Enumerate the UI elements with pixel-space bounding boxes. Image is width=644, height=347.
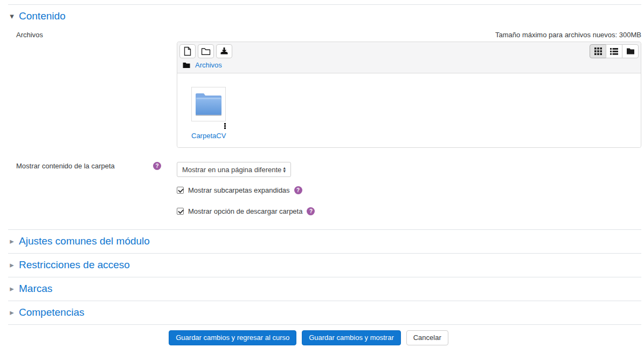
filemanager-toolbar — [177, 42, 641, 59]
select-value: Mostrar en una página diferente — [182, 166, 281, 174]
caret-down-icon: ▾ — [8, 11, 16, 21]
section-header-competencias[interactable]: ▸ Competencias — [8, 301, 641, 324]
checkbox-label-subfolders[interactable]: Mostrar subcarpetas expandidas — [188, 186, 290, 194]
folder-filled-icon — [626, 47, 635, 55]
blue-folder-icon — [194, 92, 223, 117]
add-file-button[interactable] — [179, 44, 196, 58]
checkbox-label-download[interactable]: Mostrar opción de descargar carpeta — [188, 207, 302, 215]
section-competencias: ▸ Competencias — [8, 301, 641, 324]
caret-right-icon: ▸ — [8, 308, 16, 317]
section-title: Marcas — [19, 283, 52, 295]
view-toggle-group — [590, 44, 639, 58]
view-tree-button[interactable] — [622, 44, 639, 58]
download-icon — [220, 47, 228, 56]
help-icon-download[interactable]: ? — [307, 207, 315, 215]
section-restricciones: ▸ Restricciones de acceso — [8, 253, 641, 277]
caret-right-icon: ▸ — [8, 260, 16, 270]
field-label-archivos: Archivos — [16, 31, 43, 39]
section-marcas: ▸ Marcas — [8, 277, 641, 301]
save-and-return-button[interactable]: Guardar cambios y regresar al curso — [169, 330, 296, 345]
field-label-display: Mostrar contenido de la carpeta — [16, 162, 115, 170]
view-list-button[interactable] — [606, 44, 622, 58]
breadcrumb: Archivos — [177, 59, 641, 73]
help-icon-subfolders[interactable]: ? — [294, 186, 302, 194]
max-size-note: Tamaño máximo para archivos nuevos: 300M… — [177, 29, 641, 39]
file-tile: CarpetaCV — [191, 87, 226, 140]
folder-thumbnail[interactable] — [191, 87, 226, 121]
section-title: Contenido — [19, 10, 66, 22]
caret-right-icon: ▸ — [8, 236, 16, 246]
kebab-menu-icon[interactable] — [224, 123, 226, 129]
section-contenido: ▾ Contenido Archivos Tamaño máximo para … — [8, 4, 641, 229]
display-mode-select[interactable]: Mostrar en una página diferente ▴▾ — [177, 162, 291, 177]
section-title: Ajustes comunes del módulo — [19, 235, 150, 247]
select-arrows-icon: ▴▾ — [283, 166, 286, 173]
save-and-display-button[interactable]: Guardar cambios y mostrar — [302, 330, 401, 345]
new-file-icon — [183, 46, 192, 56]
caret-right-icon: ▸ — [8, 284, 16, 294]
section-header-marcas[interactable]: ▸ Marcas — [8, 277, 641, 301]
folder-outline-icon — [201, 47, 211, 56]
cancel-button[interactable]: Cancelar — [406, 330, 448, 345]
section-ajustes-comunes: ▸ Ajustes comunes del módulo — [8, 229, 641, 253]
create-folder-button[interactable] — [198, 44, 214, 58]
checkbox-show-subfolders[interactable] — [177, 187, 184, 194]
section-header-ajustes-comunes[interactable]: ▸ Ajustes comunes del módulo — [8, 230, 641, 253]
folder-icon — [183, 62, 190, 69]
grid-icon — [594, 47, 602, 55]
filemanager: Archivos — [177, 42, 641, 148]
file-name-link[interactable]: CarpetaCV — [191, 132, 226, 140]
section-title: Restricciones de acceso — [19, 259, 130, 271]
list-icon — [610, 47, 618, 55]
filemanager-content: CarpetaCV — [177, 73, 641, 147]
breadcrumb-link-archivos[interactable]: Archivos — [195, 61, 222, 69]
section-header-contenido[interactable]: ▾ Contenido — [8, 5, 641, 27]
form-actions: Guardar cambios y regresar al curso Guar… — [8, 324, 641, 345]
checkbox-show-download[interactable] — [177, 208, 184, 215]
view-grid-button[interactable] — [590, 44, 606, 58]
section-header-restricciones[interactable]: ▸ Restricciones de acceso — [8, 254, 641, 277]
help-icon-display[interactable]: ? — [153, 162, 161, 170]
download-all-button[interactable] — [216, 44, 232, 58]
section-title: Competencias — [19, 307, 84, 318]
